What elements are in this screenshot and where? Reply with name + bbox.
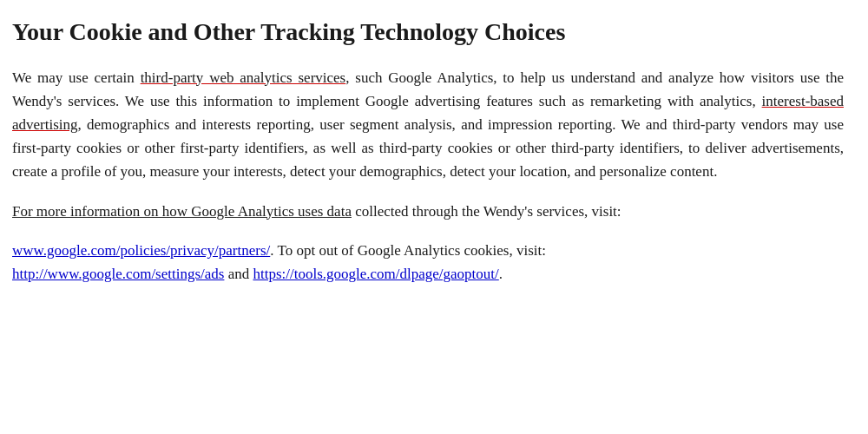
google-dlpage-gaoptout-link[interactable]: https://tools.google.com/dlpage/gaoptout… bbox=[253, 266, 498, 282]
google-privacy-partners-link[interactable]: www.google.com/policies/privacy/partners… bbox=[12, 242, 270, 259]
paragraph-3: www.google.com/policies/privacy/partners… bbox=[12, 239, 844, 286]
para1-text-after-link2: , demographics and interests reporting, … bbox=[12, 116, 844, 180]
google-settings-ads-link[interactable]: http://www.google.com/settings/ads bbox=[12, 266, 224, 282]
para3-text-end: . bbox=[499, 266, 503, 282]
para1-text-before-link1: We may use certain bbox=[12, 69, 141, 86]
page-title: Your Cookie and Other Tracking Technolog… bbox=[12, 17, 844, 47]
para3-text-between: . To opt out of Google Analytics cookies… bbox=[270, 242, 546, 259]
paragraph-1: We may use certain third-party web analy… bbox=[12, 66, 844, 184]
third-party-analytics-link[interactable]: third-party web analytics services bbox=[141, 69, 346, 86]
para3-text-and: and bbox=[224, 266, 253, 282]
para2-text-after-link: collected through the Wendy's services, … bbox=[352, 203, 621, 220]
paragraph-2: For more information on how Google Analy… bbox=[12, 200, 844, 223]
google-analytics-info-link[interactable]: For more information on how Google Analy… bbox=[12, 203, 352, 220]
